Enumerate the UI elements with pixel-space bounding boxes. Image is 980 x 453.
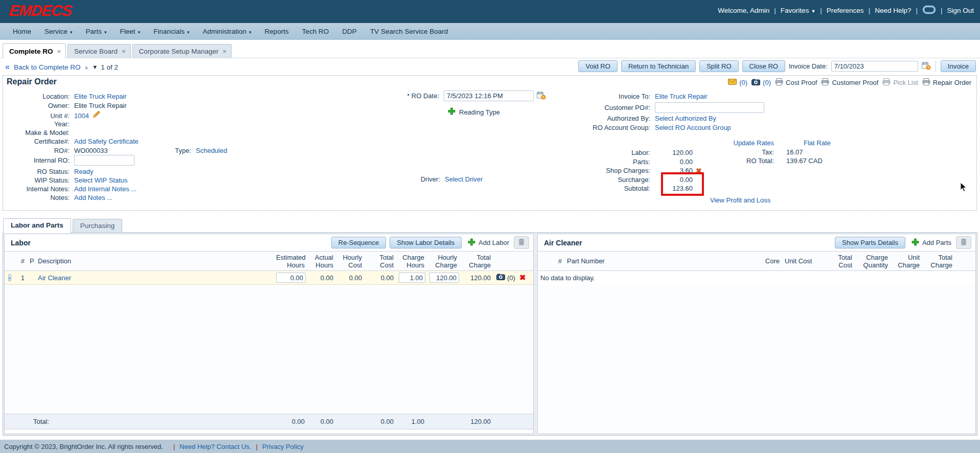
menu-item-reports[interactable]: Reports (258, 28, 295, 35)
menu-item-tv-search-service-board[interactable]: TV Search Service Board (363, 28, 454, 35)
delete-parts-button[interactable] (956, 236, 971, 249)
cost-proof-action[interactable]: Cost Proof (775, 78, 817, 87)
close-icon[interactable]: × (122, 48, 126, 55)
caret-down-icon: ▾ (249, 30, 252, 35)
select-wip-status-link[interactable]: Select WIP Status (74, 176, 128, 184)
show-labor-details-button[interactable]: Show Labor Details (390, 237, 462, 248)
camera-icon[interactable] (496, 274, 505, 282)
repair-order-print-label: Repair Order (933, 79, 971, 86)
menu-item-financials[interactable]: Financials▾ (147, 28, 196, 35)
next-record-icon[interactable]: ▼ (92, 64, 98, 70)
add-reading-type[interactable]: Reading Type (448, 107, 500, 117)
labor-row[interactable]: › 1 Air Cleaner 0.00 0.00 0.00 120.00 (0… (5, 271, 533, 285)
close-icon[interactable]: × (223, 48, 227, 55)
select-ro-account-group-link[interactable]: Select RO Account Group (655, 124, 731, 131)
pencil-icon[interactable] (92, 111, 101, 120)
welcome-text: Welcome, Admin (718, 7, 769, 14)
menu-item-parts[interactable]: Parts▾ (79, 28, 113, 35)
internal-ro-input[interactable] (74, 155, 134, 166)
select-driver-link[interactable]: Select Driver (445, 175, 483, 183)
view-profit-and-loss-link[interactable]: View Profit and Loss (710, 196, 770, 204)
split-ro-button[interactable]: Split RO (699, 60, 738, 72)
add-safety-certificate-link[interactable]: Add Safety Certificate (74, 138, 139, 145)
tab-complete-ro[interactable]: Complete RO× (3, 43, 66, 58)
menu-item-home[interactable]: Home (6, 28, 38, 35)
column-header-hourly-cost: Hourly Cost (336, 253, 364, 270)
customer-po-input[interactable] (655, 102, 764, 113)
menu-item-service[interactable]: Service▾ (38, 28, 79, 35)
tab-label: Complete RO (9, 48, 53, 55)
menu-items: HomeService▾Parts▾Fleet▾Financials▾Admin… (6, 28, 454, 35)
ro-total-row: RO Total:139.67 CAD (697, 157, 823, 165)
select-authorized-by-link[interactable]: Select Authorized By (655, 115, 716, 122)
brand-o-icon[interactable] (922, 5, 936, 16)
tab-purchasing[interactable]: Purchasing (73, 219, 123, 233)
menu-item-fleet[interactable]: Fleet▾ (113, 28, 147, 35)
add-parts-button[interactable]: Add Parts (911, 238, 951, 247)
tab-label: Service Board (74, 48, 118, 55)
column-header-estimated-hours: Estimated Hours (274, 253, 307, 270)
location-link[interactable]: Elite Truck Repair (74, 93, 127, 100)
return-to-technician-button[interactable]: Return to Technician (621, 60, 696, 72)
void-ro-button[interactable]: Void RO (578, 60, 617, 72)
column-header-: # (553, 256, 564, 266)
invoice-date-input[interactable] (831, 61, 918, 72)
hourly-charge-input[interactable] (429, 273, 459, 283)
calendar-clock-icon[interactable] (537, 91, 546, 101)
unit-number-link[interactable]: 1004 (74, 112, 89, 120)
preferences-link[interactable]: Preferences (827, 7, 864, 14)
delete-labor-button[interactable] (514, 236, 529, 249)
repair-order-print-action[interactable]: Repair Order (922, 78, 971, 87)
calendar-clock-icon[interactable] (922, 61, 931, 72)
tab-corporate-setup-manager[interactable]: Corporate Setup Manager× (132, 44, 232, 58)
add-internal-notes-link[interactable]: Add Internal Notes ... (74, 185, 136, 193)
view-profit-loss: View Profit and Loss (710, 196, 770, 204)
delete-labor-row-icon[interactable]: ✖ (519, 274, 526, 281)
tab-labor-and-parts[interactable]: Labor and Parts (3, 218, 71, 233)
privacy-policy-link[interactable]: Privacy Policy (262, 443, 304, 450)
photos-action[interactable]: (0) (751, 79, 771, 87)
menu-item-tech-ro[interactable]: Tech RO (295, 28, 336, 35)
invoice-to-link[interactable]: Elite Truck Repair (655, 93, 708, 100)
pick-list-action[interactable]: Pick List (882, 78, 918, 87)
sign-out-link[interactable]: Sign Out (947, 7, 974, 14)
add-labor-button[interactable]: Add Labor (468, 238, 509, 247)
menu-item-administration[interactable]: Administration▾ (196, 28, 258, 35)
menu-item-ddp[interactable]: DDP (335, 28, 363, 35)
previous-record-icon[interactable]: ▲ (83, 64, 89, 70)
tab-service-board[interactable]: Service Board× (67, 44, 130, 58)
show-parts-details-button[interactable]: Show Parts Details (835, 237, 905, 248)
flat-rate-link[interactable]: Flat Rate (804, 139, 831, 147)
customer-proof-action[interactable]: Customer Proof (821, 78, 878, 87)
page-title: Repair Order (7, 77, 57, 86)
footer: Copyright © 2023, BrightOrder Inc. All r… (0, 440, 980, 453)
labor-description-link[interactable]: Air Cleaner (38, 274, 71, 282)
re-sequence-button[interactable]: Re-Sequence (331, 237, 386, 248)
contact-us-link[interactable]: Need Help? Contact Us. (179, 443, 251, 450)
total-actual-hours: 0.00 (307, 418, 336, 425)
close-ro-button[interactable]: Close RO (742, 60, 785, 72)
update-rates-link[interactable]: Update Rates (734, 139, 774, 147)
column-header-description: Description (35, 256, 274, 266)
ro-status-link[interactable]: Ready (74, 168, 94, 175)
total-total-cost: 0.00 (364, 418, 396, 425)
email-action[interactable]: (0) (728, 79, 747, 86)
close-icon[interactable]: × (57, 48, 61, 55)
column-header-core: Core (759, 256, 782, 266)
need-help-link[interactable]: Need Help? (875, 7, 911, 14)
charge-hours-input[interactable] (399, 273, 425, 283)
expand-row-icon[interactable]: › (8, 274, 11, 281)
field-wip-status: WIP Status:Select WIP Status (6, 176, 128, 184)
parts-table-body (538, 285, 975, 434)
estimated-hours-input[interactable] (276, 273, 306, 283)
invoice-button[interactable]: Invoice (941, 60, 976, 72)
ro-date-input[interactable] (444, 90, 534, 101)
add-notes-link[interactable]: Add Notes ... (74, 194, 112, 201)
rates-links: Update Rates Flat Rate (697, 139, 831, 147)
total-estimated-hours: 0.00 (274, 418, 307, 425)
back-to-complete-ro-link[interactable]: Back to Complete RO (14, 63, 81, 71)
type-link[interactable]: Scheduled (196, 147, 227, 154)
reading-type-label: Reading Type (459, 108, 500, 116)
back-chevrons-icon[interactable]: « (5, 62, 10, 72)
favorites-menu[interactable]: Favorites▼ (781, 7, 815, 14)
